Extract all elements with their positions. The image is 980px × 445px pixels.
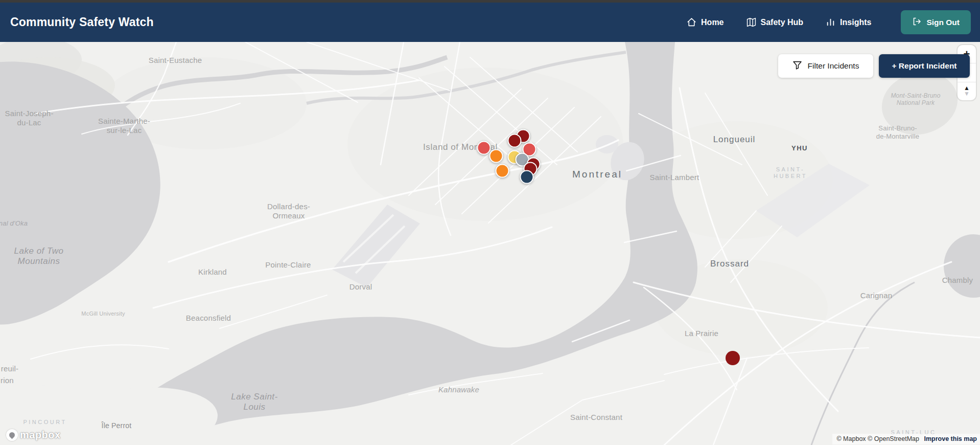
nav-item-insights[interactable]: Insights [826,17,871,27]
incident-marker-darkred[interactable] [726,351,740,365]
nav-label: Home [701,18,724,27]
incident-marker-orange[interactable] [496,164,509,178]
sign-out-icon [912,17,921,28]
improve-this-map-link[interactable]: Improve this map [924,435,977,442]
filter-incidents-label: Filter Incidents [808,61,859,71]
incident-marker-red[interactable] [477,141,491,155]
nav-item-home[interactable]: Home [687,17,724,27]
mapbox-pin-icon [6,429,18,441]
sign-out-button[interactable]: Sign Out [901,10,971,34]
report-incident-label: + Report Incident [892,61,956,71]
window-chrome-strip [0,0,980,3]
pitch-toggle-button[interactable]: ▲ ▼ [958,82,976,100]
map-basemap [0,42,980,445]
app-header: Community Safety Watch Home Safety Hub [0,3,980,42]
pitch-down-icon: ▼ [964,91,970,97]
sign-out-label: Sign Out [926,18,960,27]
map-attribution: © Mapbox © OpenStreetMap Improve this ma… [832,434,980,444]
attribution-osm-link[interactable]: © OpenStreetMap [868,435,919,442]
attribution-mapbox-link[interactable]: © Mapbox [836,435,866,442]
report-incident-button[interactable]: + Report Incident [879,54,970,78]
nav-item-safety-hub[interactable]: Safety Hub [746,17,804,27]
nav-label: Safety Hub [761,18,804,27]
bar-chart-icon [826,17,835,27]
filter-funnel-icon [792,60,802,72]
mapbox-wordmark: mapbox [20,429,61,441]
main-nav: Home Safety Hub Insights [687,10,971,34]
nav-label: Insights [840,18,871,27]
app-title: Community Safety Watch [10,15,154,29]
incident-marker-darkred[interactable] [508,134,522,148]
filter-incidents-button[interactable]: Filter Incidents [778,54,873,78]
map-icon [746,17,756,27]
map-canvas[interactable] [0,42,980,445]
incident-marker-navy[interactable] [520,170,534,184]
incident-marker-orange[interactable] [489,149,503,163]
mapbox-logo[interactable]: mapbox [6,429,61,441]
home-icon [687,17,696,27]
